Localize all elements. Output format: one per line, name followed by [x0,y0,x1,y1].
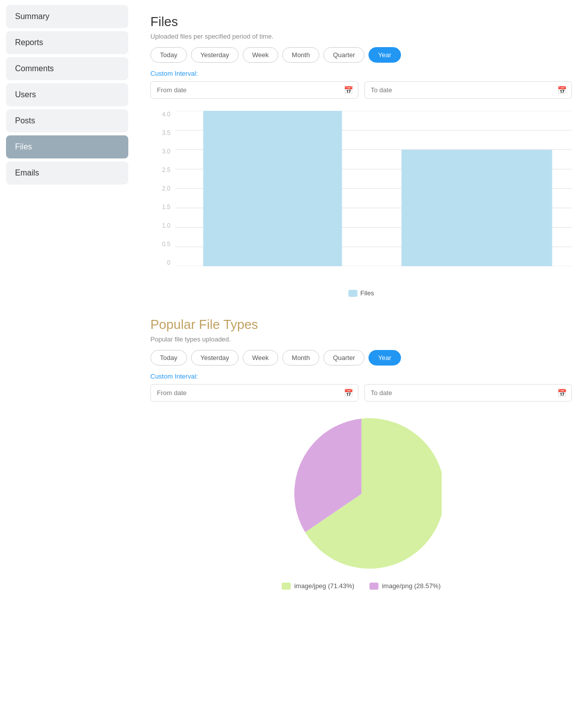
files-legend-item: Files [348,289,374,297]
files-section: Files Uploaded files per specified perio… [150,14,572,297]
files-period-today[interactable]: Today [150,47,187,63]
sidebar-item-emails[interactable]: Emails [6,161,128,185]
files-period-quarter[interactable]: Quarter [323,47,364,63]
pie-legend: image/jpeg (71.43%) image/png (28.57%) [282,582,441,590]
chart-grid-area [175,111,572,266]
calendar-icon-popular-from: 📅 [344,389,353,398]
popular-from-date-input[interactable] [150,384,358,402]
files-period-month[interactable]: Month [282,47,319,63]
sidebar-item-comments[interactable]: Comments [6,57,128,80]
popular-from-date-wrap: 📅 [150,384,358,402]
files-from-date-wrap: 📅 [150,81,358,99]
files-custom-interval-label: Custom Interval: [150,70,572,77]
files-from-date-input[interactable] [150,81,358,99]
popular-period-yesterday[interactable]: Yesterday [191,350,239,366]
files-title: Files [150,14,572,30]
sidebar-item-files[interactable]: Files [6,135,128,158]
files-legend-label: Files [360,289,374,297]
files-chart-legend: Files [150,289,572,297]
files-period-week[interactable]: Week [243,47,278,63]
sidebar-item-posts[interactable]: Posts [6,109,128,132]
popular-period-today[interactable]: Today [150,350,187,366]
svg-rect-10 [402,150,552,267]
sidebar-item-reports[interactable]: Reports [6,31,128,54]
files-date-inputs: 📅 📅 [150,81,572,99]
pie-legend-jpeg: image/jpeg (71.43%) [282,582,354,590]
sidebar-item-summary[interactable]: Summary [6,5,128,28]
popular-file-types-title: Popular File Types [150,317,572,332]
popular-period-month[interactable]: Month [282,350,319,366]
files-subtitle: Uploaded files per specified period of t… [150,33,572,40]
files-legend-color [348,290,357,297]
popular-to-date-wrap: 📅 [364,384,572,402]
popular-period-year[interactable]: Year [368,350,401,366]
y-axis-labels: 4.0 3.5 3.0 2.5 2.0 1.5 1.0 0.5 0 [150,111,173,266]
files-to-date-input[interactable] [364,81,572,99]
pie-chart-svg [281,414,442,574]
chart-svg [175,111,572,266]
popular-date-inputs: 📅 📅 [150,384,572,402]
sidebar-item-users[interactable]: Users [6,83,128,106]
pie-legend-color-jpeg [282,583,291,590]
pie-legend-png: image/png (28.57%) [369,582,441,590]
pie-legend-label-png: image/png (28.57%) [382,582,441,590]
popular-period-week[interactable]: Week [243,350,278,366]
popular-to-date-input[interactable] [364,384,572,402]
popular-period-quarter[interactable]: Quarter [323,350,364,366]
popular-custom-interval-label: Custom Interval: [150,373,572,380]
files-period-buttons: Today Yesterday Week Month Quarter Year [150,47,572,63]
popular-file-types-subtitle: Popular file types uploaded. [150,335,572,343]
files-period-year[interactable]: Year [368,47,401,63]
pie-legend-label-jpeg: image/jpeg (71.43%) [294,582,354,590]
calendar-icon-from: 📅 [344,86,353,95]
files-period-yesterday[interactable]: Yesterday [191,47,239,63]
files-to-date-wrap: 📅 [364,81,572,99]
popular-file-types-section: Popular File Types Popular file types up… [150,317,572,590]
popular-period-buttons: Today Yesterday Week Month Quarter Year [150,350,572,366]
calendar-icon-popular-to: 📅 [557,389,567,398]
svg-rect-9 [203,111,342,266]
pie-chart-area: image/jpeg (71.43%) image/png (28.57%) [150,414,572,590]
sidebar: Summary Reports Comments Users Posts Fil… [0,0,134,716]
pie-legend-color-png [369,583,378,590]
main-content: Files Uploaded files per specified perio… [134,0,588,716]
files-bar-chart: 4.0 3.5 3.0 2.5 2.0 1.5 1.0 0.5 0 [150,111,572,281]
calendar-icon-to: 📅 [557,86,567,95]
